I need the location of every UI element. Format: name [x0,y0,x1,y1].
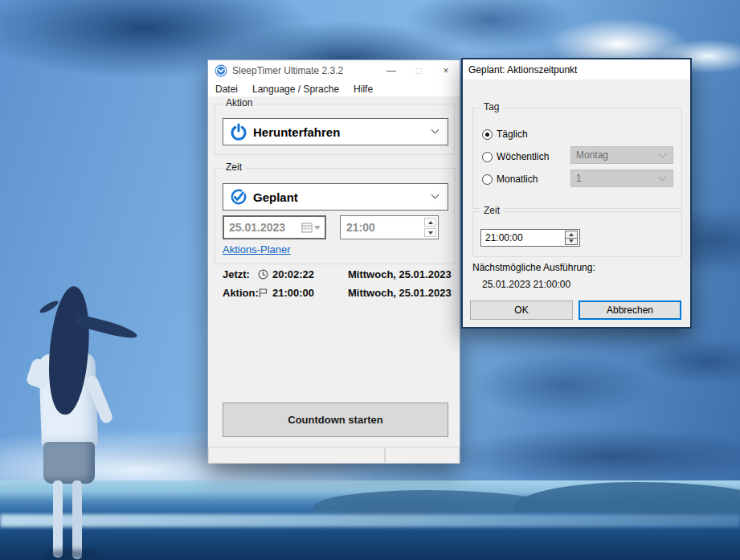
date-picker-value: 25.01.2023 [229,221,301,234]
dialog-time-spin-down-button[interactable] [566,238,577,245]
time-mode-combobox[interactable]: Geplant [223,183,448,211]
time-input[interactable]: 21:00 [340,215,439,239]
radio-row-daily[interactable]: Täglich [482,128,528,141]
title-bar[interactable]: SleepTimer Ultimate 2.3.2 — □ × [208,60,460,81]
sleeptimer-window: SleepTimer Ultimate 2.3.2 — □ × Datei La… [207,59,460,464]
status-bar-cell-left [208,448,385,464]
minimize-button[interactable]: — [378,60,405,81]
menu-bar: Datei Language / Sprache Hilfe [208,81,460,96]
monthday-combo-value: 1 [576,173,582,184]
time-spin-up-button[interactable] [424,218,436,227]
day-group-label: Tag [480,101,502,112]
action-combobox[interactable]: Herunterfahren [223,118,448,145]
arrow-up-icon [569,233,574,236]
radio-monthly[interactable] [482,174,493,185]
calendar-icon [301,223,313,233]
action-time: 21:00:00 [272,287,346,299]
weekday-combo-value: Montag [576,149,608,161]
flag-icon [258,288,268,298]
next-execution-value: 25.01.2023 21:00:00 [482,279,570,290]
radio-row-monthly[interactable]: Monatlich [482,173,538,186]
dialog-time-spin-up-button[interactable] [566,231,577,238]
chevron-down-icon [659,174,667,182]
start-countdown-button[interactable]: Countdown starten [223,403,448,437]
menu-hilfe[interactable]: Hilfe [346,81,380,96]
action-group-label: Aktion [223,97,256,108]
radio-monthly-label: Monatlich [497,174,538,185]
menu-language[interactable]: Language / Sprache [245,81,346,96]
radio-daily-label: Täglich [497,129,528,140]
date-picker[interactable]: 25.01.2023 [223,215,326,239]
time-mode-combo-value: Geplant [253,190,298,204]
radio-weekly-label: Wöchentlich [497,151,549,162]
dialog-time-value: 21:00:00 [485,232,523,243]
check-circle-icon [230,188,247,206]
time-group-label: Zeit [223,161,245,173]
close-button[interactable]: × [432,60,460,81]
now-label: Jetzt: [223,268,258,280]
radio-weekly[interactable] [482,152,493,162]
cancel-button[interactable]: Abbrechen [579,300,681,320]
wallpaper-girl [22,280,143,560]
status-bar [208,447,460,464]
now-row: Jetzt: 20:02:22 Mittwoch, 25.01.2023 [223,268,453,281]
dialog-title: Geplant: Aktionszeitpunkt [468,64,577,76]
action-combo-value: Herunterfahren [253,125,340,139]
now-date: Mittwoch, 25.01.2023 [348,268,452,280]
app-icon [215,64,227,77]
chevron-down-icon [659,150,667,158]
menu-datei[interactable]: Datei [208,81,245,96]
time-input-value: 21:00 [346,221,375,234]
chevron-down-icon [431,191,440,199]
monthday-combobox-disabled: 1 [570,170,673,187]
radio-row-weekly[interactable]: Wöchentlich [482,150,549,163]
power-icon [230,123,247,141]
status-bar-cell-right [385,448,460,464]
chevron-down-icon [431,126,440,134]
action-row: Aktion: 21:00:00 Mittwoch, 25.01.2023 [223,286,453,300]
dialog-title-bar[interactable]: Geplant: Aktionszeitpunkt [463,59,690,80]
arrow-down-icon [428,231,433,235]
arrow-down-icon [569,239,574,243]
window-title: SleepTimer Ultimate 2.3.2 [232,65,378,76]
time-spin-down-button[interactable] [424,228,436,237]
action-planner-link[interactable]: Aktions-Planer [223,243,291,255]
next-execution-label: Nächstmögliche Ausführung: [472,262,595,273]
clock-icon [258,269,268,280]
action-date: Mittwoch, 25.01.2023 [348,287,452,299]
now-time: 20:02:22 [272,268,346,280]
maximize-button: □ [405,60,432,81]
dialog-time-input[interactable]: 21:00:00 [480,229,580,247]
schedule-dialog: Geplant: Aktionszeitpunkt Tag Täglich Wö… [461,58,692,329]
weekday-combobox-disabled: Montag [570,146,673,164]
arrow-up-icon [428,221,433,224]
radio-daily[interactable] [482,129,493,140]
date-dropdown-arrow-icon[interactable] [314,226,321,230]
action-time-label: Aktion: [223,287,258,299]
dialog-time-group-label: Zeit [480,205,503,216]
ok-button[interactable]: OK [470,300,573,320]
